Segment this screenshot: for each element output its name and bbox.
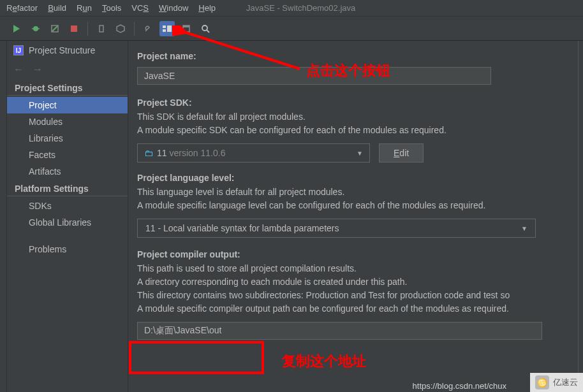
edit-button[interactable]: Edit bbox=[379, 143, 424, 163]
sidebar-item-artifacts[interactable]: Artifacts bbox=[7, 163, 128, 180]
watermark: ♋ 亿速云 bbox=[530, 373, 583, 392]
project-name-label: Project name: bbox=[137, 51, 583, 61]
chevron-down-icon: ▼ bbox=[357, 150, 363, 157]
output-label: Project compiler output: bbox=[137, 249, 583, 259]
lang-label: Project language level: bbox=[137, 173, 583, 183]
toolbar bbox=[0, 17, 583, 41]
new-window-icon[interactable] bbox=[179, 21, 194, 36]
sidebar-item-facets[interactable]: Facets bbox=[7, 147, 128, 163]
svg-rect-4 bbox=[71, 25, 77, 32]
window-title: JavaSE - SwitchDemo02.java bbox=[246, 3, 355, 13]
sidebar-item-modules[interactable]: Modules bbox=[7, 113, 128, 130]
svg-point-0 bbox=[33, 26, 38, 31]
output-desc2: A directory corresponding to each module… bbox=[137, 275, 583, 289]
play-icon[interactable] bbox=[9, 21, 24, 36]
content-panel: Project name: Project SDK: This SDK is d… bbox=[128, 41, 583, 392]
output-desc3: This directory contains two subdirectori… bbox=[137, 289, 583, 302]
output-desc4: A module specific compiler output path c… bbox=[137, 302, 583, 316]
folder-icon: 🗀 bbox=[144, 148, 153, 158]
sidebar-title: Project Structure bbox=[29, 45, 95, 55]
menu-refactor[interactable]: Refactor bbox=[1, 1, 43, 15]
section-platform-settings: Platform Settings bbox=[7, 180, 128, 196]
attach-icon[interactable] bbox=[94, 21, 109, 36]
svg-rect-6 bbox=[163, 25, 166, 28]
right-border bbox=[578, 41, 583, 392]
sidebar-item-sdks[interactable]: SDKs bbox=[7, 198, 128, 214]
separator bbox=[134, 22, 135, 36]
ij-icon: IJ bbox=[13, 45, 24, 55]
sidebar-header: IJ Project Structure bbox=[7, 41, 128, 60]
output-path-input[interactable] bbox=[137, 322, 542, 340]
svg-rect-7 bbox=[163, 29, 166, 32]
lang-desc2: A module specific language level can be … bbox=[137, 199, 583, 212]
menu-run[interactable]: Run bbox=[71, 1, 97, 15]
sidebar-item-project[interactable]: Project bbox=[7, 97, 128, 113]
sdk-desc2: A module specific SDK can be configured … bbox=[137, 124, 583, 137]
stop-icon[interactable] bbox=[66, 21, 82, 36]
svg-rect-8 bbox=[167, 25, 172, 32]
menu-vcs[interactable]: VCS bbox=[126, 1, 154, 15]
watermark-icon: ♋ bbox=[535, 375, 549, 389]
menubar: Refactor Build Run Tools VCS Window Help… bbox=[0, 0, 583, 17]
language-level-select[interactable]: 11 - Local variable syntax for lambda pa… bbox=[137, 219, 536, 238]
sdk-select[interactable]: 🗀11 version 11.0.6 ▼ bbox=[137, 143, 370, 163]
sidebar-item-libraries[interactable]: Libraries bbox=[7, 130, 128, 147]
chevron-down-icon: ▼ bbox=[521, 225, 528, 232]
separator bbox=[87, 22, 88, 36]
section-project-settings: Project Settings bbox=[7, 79, 128, 96]
svg-rect-10 bbox=[183, 25, 189, 27]
coverage-icon[interactable] bbox=[47, 21, 63, 36]
structure-icon[interactable] bbox=[159, 21, 175, 36]
sdk-desc1: This SDK is default for all project modu… bbox=[137, 110, 583, 124]
bug-icon[interactable] bbox=[28, 21, 43, 36]
footer-url: https://blog.csdn.net/chux bbox=[413, 381, 506, 391]
menu-tools[interactable]: Tools bbox=[97, 1, 126, 15]
package-icon[interactable] bbox=[113, 21, 128, 36]
menu-help[interactable]: Help bbox=[193, 1, 221, 15]
svg-line-12 bbox=[207, 30, 209, 33]
sidebar-nav: ← → bbox=[7, 60, 128, 79]
sidebar: IJ Project Structure ← → Project Setting… bbox=[7, 41, 128, 392]
output-desc1: This path is used to store all project c… bbox=[137, 262, 583, 275]
back-arrow-icon[interactable]: ← bbox=[13, 64, 24, 75]
menu-build[interactable]: Build bbox=[43, 1, 71, 15]
sidebar-item-global-libraries[interactable]: Global Libraries bbox=[7, 214, 128, 231]
forward-arrow-icon[interactable]: → bbox=[33, 64, 43, 75]
watermark-text: 亿速云 bbox=[553, 377, 578, 388]
project-name-input[interactable] bbox=[137, 67, 491, 85]
main-area: IJ Project Structure ← → Project Setting… bbox=[0, 41, 583, 392]
svg-rect-5 bbox=[100, 25, 103, 32]
svg-point-11 bbox=[202, 25, 207, 31]
wrench-icon[interactable] bbox=[140, 21, 156, 36]
sidebar-item-problems[interactable]: Problems bbox=[7, 241, 128, 258]
search-icon[interactable] bbox=[198, 21, 213, 36]
lang-desc1: This language level is default for all p… bbox=[137, 185, 583, 199]
left-gutter bbox=[0, 41, 7, 392]
menu-window[interactable]: Window bbox=[154, 1, 193, 15]
sdk-label: Project SDK: bbox=[137, 98, 583, 108]
